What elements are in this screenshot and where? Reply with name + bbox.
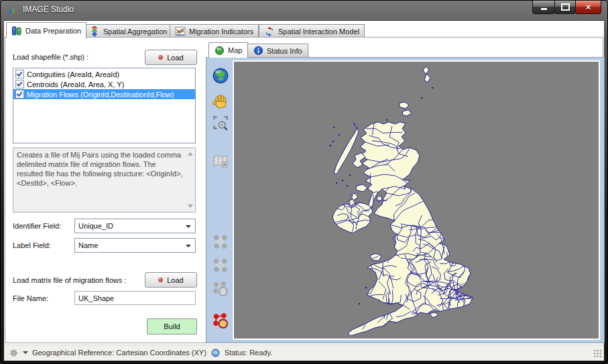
- tab-label: Data Preparation: [25, 27, 81, 35]
- tab-data-preparation[interactable]: Data Preparation: [6, 22, 86, 38]
- zoom-window-icon: [212, 115, 229, 132]
- flow-add-icon: [212, 312, 229, 330]
- zoom-window-button[interactable]: [211, 113, 230, 133]
- minimize-icon: [541, 8, 547, 10]
- build-button-label: Build: [164, 322, 180, 330]
- scroll-down-icon[interactable]: [188, 204, 193, 208]
- map-page: [206, 57, 605, 343]
- tab-label: Spatial Aggregation: [103, 27, 167, 36]
- tab-migration-indicators[interactable]: Migration Indicators: [170, 24, 259, 38]
- maximize-icon: [561, 3, 570, 11]
- load-shapefile-button[interactable]: Load: [145, 50, 197, 65]
- gear-icon[interactable]: [9, 348, 19, 358]
- window-title: IMAGE Studio: [23, 5, 74, 14]
- scroll-up-icon[interactable]: [188, 152, 193, 156]
- chevron-down-icon: [186, 225, 191, 228]
- status-text: Status: Ready.: [225, 349, 272, 357]
- label-field-value: Name: [78, 241, 98, 249]
- flow-add-button[interactable]: [211, 311, 230, 331]
- tab-label: Spatial Interaction Model: [278, 27, 359, 36]
- tab-spatial-aggregation[interactable]: Spatial Aggregation: [84, 24, 172, 38]
- migration-indicators-icon: [175, 26, 186, 37]
- layers-listbox[interactable]: Contiguities (AreaId, AreaId) Centroids …: [13, 68, 196, 143]
- clear-map-button[interactable]: [211, 151, 230, 172]
- status-bar: Geographical Reference: Cartesian Coordi…: [4, 345, 604, 360]
- load-dot-icon: [158, 278, 163, 282]
- geo-reference-text: Geographical Reference: Cartesian Coordi…: [32, 349, 206, 357]
- globe-icon: [212, 67, 229, 84]
- load-button-label: Load: [167, 54, 183, 62]
- label-field-combo[interactable]: Name: [74, 238, 196, 253]
- map-globe-icon: [215, 46, 225, 56]
- build-button[interactable]: Build: [147, 318, 197, 335]
- flow-link-a-icon: [212, 233, 229, 251]
- checkbox-checked-icon[interactable]: [15, 70, 24, 78]
- file-name-label: File Name:: [13, 294, 48, 302]
- chevron-down-icon: [186, 245, 191, 247]
- identifier-field-value: Unique_ID: [78, 222, 113, 230]
- title-bar[interactable]: IMAGE Studio ×: [1, 1, 607, 20]
- checkbox-checked-icon[interactable]: [15, 80, 24, 88]
- load-dot-icon: [158, 55, 163, 60]
- flow-link-a-button[interactable]: [211, 232, 230, 252]
- checkbox-checked-icon[interactable]: [15, 90, 24, 99]
- status-globe-icon: [210, 348, 221, 358]
- minimize-button[interactable]: [532, 1, 555, 14]
- data-preparation-icon: [11, 25, 22, 36]
- gear-dropdown-icon[interactable]: [23, 351, 28, 354]
- layer-row-contiguities[interactable]: Contiguities (AreaId, AreaId): [13, 69, 195, 79]
- info-icon: [253, 46, 263, 56]
- file-name-input[interactable]: UK_Shape: [74, 291, 196, 305]
- clear-map-icon: [212, 153, 229, 170]
- description-textbox[interactable]: Creates a file of Mij Pairs using the lo…: [13, 147, 196, 213]
- close-button[interactable]: ×: [575, 1, 601, 14]
- description-text: Creates a file of Mij Pairs using the lo…: [17, 151, 183, 187]
- identifier-field-combo[interactable]: Unique_ID: [74, 219, 196, 233]
- identifier-field-label: Identifier Field:: [13, 222, 61, 230]
- matrix-file-label: Load matrix file of migration flows :: [13, 276, 126, 284]
- tab-label: Map: [228, 46, 242, 54]
- app-window: IMAGE Studio × Data Preparation Spatial …: [0, 0, 608, 364]
- flow-remove-icon: [212, 280, 229, 298]
- close-icon: ×: [586, 3, 591, 11]
- layer-label: Contiguities (AreaId, AreaId): [27, 70, 119, 78]
- label-field-label: Label Field:: [13, 241, 51, 249]
- flow-remove-button[interactable]: [211, 279, 230, 299]
- tab-map[interactable]: Map: [208, 42, 248, 58]
- resize-grip[interactable]: [593, 349, 602, 358]
- pan-button[interactable]: [211, 91, 230, 111]
- tab-status-info[interactable]: Status Info: [247, 44, 308, 57]
- pan-hand-icon: [212, 93, 229, 110]
- file-name-value: UK_Shape: [78, 294, 114, 302]
- flow-link-b-button[interactable]: [211, 255, 230, 276]
- spatial-aggregation-icon: [89, 26, 100, 37]
- tab-label: Status Info: [267, 47, 302, 55]
- map-canvas[interactable]: [233, 60, 600, 340]
- layer-label: Migration Flows (OriginId,DestinationId,…: [27, 90, 174, 99]
- flow-link-b-icon: [212, 257, 229, 274]
- app-logo-icon: [7, 5, 18, 15]
- tab-label: Migration Indicators: [189, 27, 253, 36]
- layer-label: Centroids (AreaId, Area, X, Y): [27, 80, 124, 88]
- shapefile-label: Load shapefile (*.shp) :: [13, 53, 88, 61]
- load-button-label: Load: [167, 276, 183, 284]
- layer-row-centroids[interactable]: Centroids (AreaId, Area, X, Y): [13, 79, 195, 89]
- tab-spatial-interaction-model[interactable]: Spatial Interaction Model: [259, 24, 365, 38]
- load-matrix-button[interactable]: Load: [145, 272, 197, 288]
- spatial-interaction-model-icon: [264, 26, 275, 37]
- layer-row-migration-flows[interactable]: Migration Flows (OriginId,DestinationId,…: [13, 89, 195, 99]
- maximize-button[interactable]: [554, 1, 576, 14]
- zoom-full-extent-button[interactable]: [211, 66, 230, 86]
